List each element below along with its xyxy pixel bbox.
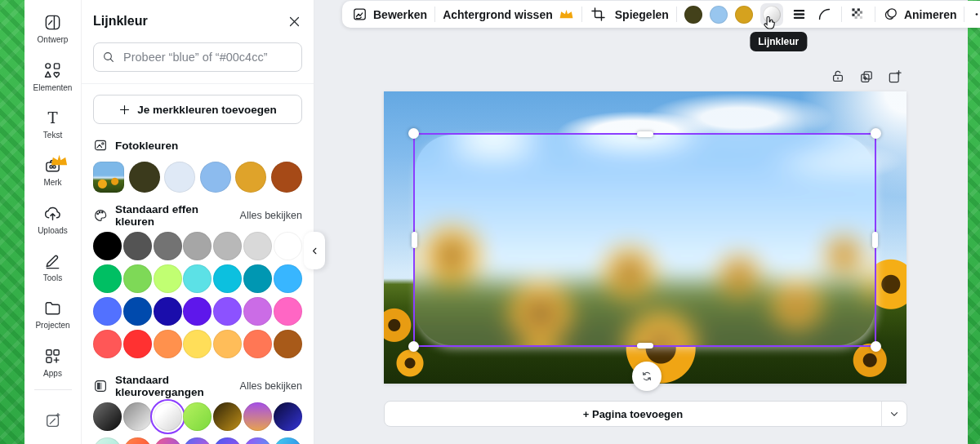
element-color-swatch[interactable]: [735, 6, 753, 24]
add-page-icon-button[interactable]: [887, 69, 903, 85]
color-swatch[interactable]: [213, 232, 242, 260]
screen: Ontwerp Elementen T Tekst Merk Uploads: [0, 0, 980, 444]
rotate-button[interactable]: [632, 362, 662, 391]
resize-handle-top-left[interactable]: [408, 128, 419, 139]
remove-background-button[interactable]: Achtergrond wissen: [443, 7, 574, 22]
resize-handle-top[interactable]: [637, 131, 653, 137]
palette-icon: [93, 208, 108, 223]
gradient-swatch[interactable]: [154, 437, 182, 444]
crop-button[interactable]: [590, 6, 608, 24]
line-color-swatch[interactable]: Lijnkleur: [760, 3, 783, 26]
color-swatch[interactable]: [274, 264, 302, 293]
toolbar-divider: [434, 7, 435, 22]
flip-button[interactable]: Spiegelen: [615, 8, 669, 21]
add-brand-colors-button[interactable]: Je merkkleuren toevoegen: [93, 95, 302, 124]
gradient-swatch[interactable]: [213, 437, 242, 444]
color-swatch[interactable]: [93, 264, 122, 293]
resize-handle-left[interactable]: [412, 232, 417, 248]
corner-rounding-button[interactable]: [816, 6, 834, 24]
photo-thumbnail-swatch[interactable]: [93, 162, 124, 193]
duplicate-page-button[interactable]: [858, 69, 875, 85]
color-swatch[interactable]: [183, 330, 212, 358]
sidebar-item-uploads[interactable]: Uploads: [28, 195, 78, 242]
color-swatch[interactable]: [123, 264, 152, 293]
color-swatch[interactable]: [243, 330, 272, 358]
gradient-swatch[interactable]: [123, 402, 152, 431]
gradient-swatch-selected[interactable]: [154, 402, 182, 431]
color-swatch[interactable]: [123, 232, 152, 260]
element-color-swatch[interactable]: [684, 6, 702, 24]
resize-handle-bottom[interactable]: [637, 343, 653, 349]
color-swatch[interactable]: [183, 264, 212, 293]
color-swatch[interactable]: [213, 264, 242, 293]
color-swatch[interactable]: [154, 232, 182, 260]
gradient-swatch[interactable]: [183, 437, 212, 444]
more-options-button[interactable]: [972, 6, 980, 24]
color-swatch[interactable]: [213, 330, 242, 358]
page-actions: [830, 69, 903, 85]
color-swatch[interactable]: [123, 297, 152, 326]
resize-handle-top-right[interactable]: [871, 128, 881, 139]
gradient-swatch[interactable]: [243, 437, 272, 444]
sidebar-item-label: Apps: [43, 369, 62, 378]
color-swatch[interactable]: [243, 232, 272, 260]
animate-button[interactable]: Animeren: [883, 7, 957, 22]
resize-handle-right[interactable]: [872, 232, 878, 248]
color-search-input[interactable]: [122, 50, 293, 64]
close-panel-button[interactable]: [286, 13, 302, 29]
sidebar-item-apps[interactable]: Apps: [28, 338, 78, 385]
gradient-swatch[interactable]: [93, 402, 122, 431]
color-swatch[interactable]: [154, 330, 182, 358]
gradient-swatch[interactable]: [123, 437, 152, 444]
color-swatch[interactable]: [243, 264, 272, 293]
sidebar-item-elementen[interactable]: Elementen: [28, 52, 78, 100]
design-page[interactable]: [384, 91, 906, 384]
line-color-panel: Lijnkleur Je merkkleuren toevoegen Fotok…: [82, 0, 314, 444]
photo-color-swatch[interactable]: [271, 162, 302, 193]
collapse-panel-button[interactable]: [304, 232, 325, 269]
gradient-swatch[interactable]: [213, 402, 242, 431]
add-page-dropdown-button[interactable]: [881, 402, 906, 426]
color-swatch[interactable]: [123, 330, 152, 358]
photo-color-swatch[interactable]: [164, 162, 195, 193]
color-swatch[interactable]: [213, 297, 242, 326]
gradient-swatch[interactable]: [243, 402, 272, 431]
color-swatch[interactable]: [93, 232, 122, 260]
color-swatch[interactable]: [154, 297, 182, 326]
color-search-box[interactable]: [93, 42, 302, 72]
color-swatch[interactable]: [274, 297, 302, 326]
color-swatch[interactable]: [154, 264, 182, 293]
color-swatch[interactable]: [243, 297, 272, 326]
sidebar-item-tekst[interactable]: T Tekst: [28, 100, 78, 148]
element-color-swatch[interactable]: [710, 6, 728, 24]
transparency-button[interactable]: [849, 6, 867, 24]
add-page-icon: [887, 69, 903, 85]
sidebar-item-ontwerp[interactable]: Ontwerp: [28, 5, 78, 52]
solid-colors-see-all-link[interactable]: Alles bekijken: [240, 210, 302, 221]
resize-handle-bottom-left[interactable]: [408, 341, 419, 352]
add-page-button[interactable]: + Pagina toevoegen: [385, 402, 881, 426]
edit-image-button[interactable]: Bewerken: [352, 7, 427, 22]
sidebar-item-photo-editor[interactable]: [28, 397, 78, 444]
sidebar-item-projecten[interactable]: Projecten: [28, 291, 78, 338]
toolbar-divider: [581, 7, 582, 22]
photo-color-swatch[interactable]: [235, 162, 266, 193]
color-swatch[interactable]: [183, 297, 212, 326]
color-swatch[interactable]: [93, 297, 122, 326]
color-swatch[interactable]: [183, 232, 212, 260]
line-weight-button[interactable]: [791, 6, 808, 24]
sidebar-item-tools[interactable]: Tools: [28, 243, 78, 291]
gradient-swatch[interactable]: [93, 437, 122, 444]
gradients-see-all-link[interactable]: Alles bekijken: [240, 380, 302, 392]
resize-handle-bottom-right[interactable]: [871, 341, 881, 352]
color-swatch[interactable]: [93, 330, 122, 358]
unlock-button[interactable]: [830, 69, 846, 85]
gradient-swatch[interactable]: [274, 402, 302, 431]
gradient-swatch[interactable]: [183, 402, 212, 431]
photo-color-swatch[interactable]: [129, 162, 160, 193]
color-swatch[interactable]: [274, 232, 302, 260]
color-swatch[interactable]: [274, 330, 302, 358]
gradient-swatch[interactable]: [274, 437, 302, 444]
photo-color-swatch[interactable]: [200, 162, 231, 193]
sidebar-item-merk[interactable]: Merk: [28, 148, 78, 195]
